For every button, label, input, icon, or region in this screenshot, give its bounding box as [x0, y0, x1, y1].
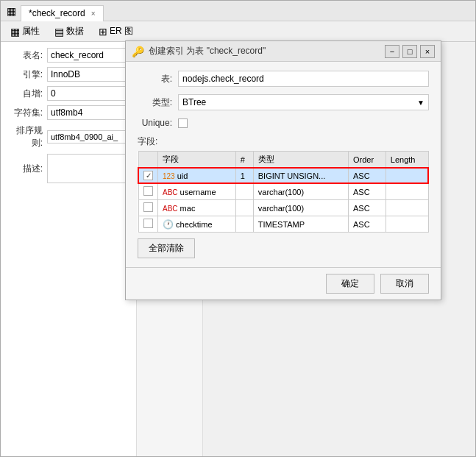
collation-label: 排序规则: [7, 124, 47, 149]
charset-row: 字符集: [7, 105, 130, 120]
tab-close-btn[interactable]: × [91, 10, 96, 18]
modal-fields-label: 字段: [138, 135, 429, 148]
col-header-type: 类型 [253, 152, 348, 169]
col-header-length: Length [386, 152, 428, 169]
col-header-number: # [235, 152, 253, 169]
tab-er[interactable]: ⊞ ER 图 [92, 22, 140, 40]
table-name-label: 表名: [7, 49, 47, 62]
modal-body: 表: 类型: BTree ▼ Unique: 字段: [126, 62, 441, 267]
select-arrow-icon: ▼ [417, 99, 425, 107]
field-type-cell: TIMESTAMP [253, 216, 348, 233]
field-checkbox[interactable] [143, 202, 153, 212]
modal-type-value: BTree [182, 97, 206, 107]
modal-close-btn[interactable]: × [420, 45, 435, 58]
fields-table: 字段 # 类型 Order Length ✓123 uid1BIGINT UNS… [138, 151, 429, 233]
modal-table-label: 表: [138, 73, 178, 85]
app-icon: ▦ [7, 5, 16, 17]
field-checkbox[interactable] [143, 186, 153, 196]
properties-icon: ▦ [10, 26, 20, 38]
modal-table-row: 表: [138, 71, 429, 87]
main-tab[interactable]: *check_record × [21, 5, 104, 21]
create-index-modal: 🔑 创建索引 为表 "check_record" − □ × 表: 类型: BT… [125, 40, 441, 300]
col-header-field: 字段 [158, 152, 236, 169]
clear-all-btn[interactable]: 全部清除 [138, 238, 195, 258]
field-number-cell [235, 200, 253, 216]
tab-properties[interactable]: ▦ 属性 [4, 22, 46, 40]
field-number-cell [235, 183, 253, 200]
field-type-cell: BIGINT UNSIGN... [253, 168, 348, 183]
modal-maximize-btn[interactable]: □ [402, 45, 417, 58]
modal-title: 创建索引 为表 "check_record" [149, 45, 385, 57]
field-checkbox[interactable] [143, 219, 153, 228]
field-name-cell: 🕐 checktime [158, 216, 236, 233]
col-header-order: Order [348, 152, 386, 169]
field-type-icon: 🕐 [163, 219, 174, 230]
field-order-cell: ASC [348, 216, 386, 233]
field-row[interactable]: ✓123 uid1BIGINT UNSIGN...ASC [138, 168, 428, 183]
field-checkbox[interactable]: ✓ [143, 171, 153, 180]
clear-btn-row: 全部清除 [138, 238, 429, 258]
charset-label: 字符集: [7, 107, 47, 119]
data-label: 数据 [66, 25, 84, 38]
collation-row: 排序规则: [7, 124, 130, 149]
modal-unique-checkbox[interactable] [178, 118, 188, 128]
field-order-cell: ASC [348, 183, 386, 200]
field-row[interactable]: 🕐 checktimeTIMESTAMPASC [138, 216, 428, 233]
field-row[interactable]: ABC macvarchar(100)ASC [138, 200, 428, 216]
engine-label: 引擎: [7, 68, 47, 81]
data-icon: ▤ [54, 26, 64, 38]
toolbar: ▦ 属性 ▤ 数据 ⊞ ER 图 [1, 21, 475, 42]
field-order-cell: ASC [348, 200, 386, 216]
field-checkbox-cell[interactable] [138, 200, 158, 216]
modal-controls: − □ × [385, 45, 435, 58]
field-number-cell: 1 [235, 168, 253, 183]
tab-title: *check_record [29, 8, 85, 18]
properties-label: 属性 [22, 25, 40, 38]
modal-unique-row: Unique: [138, 118, 429, 128]
field-type-icon: ABC [163, 188, 178, 196]
modal-unique-label: Unique: [138, 118, 178, 128]
modal-type-row: 类型: BTree ▼ [138, 94, 429, 110]
field-type-cell: varchar(100) [253, 200, 348, 216]
auto-inc-row: 自增: [7, 86, 130, 101]
field-checkbox-cell[interactable]: ✓ [138, 168, 158, 183]
engine-row: 引擎: [7, 67, 130, 82]
field-order-cell: ASC [348, 168, 386, 183]
field-name-cell: 123 uid [158, 168, 236, 183]
field-number-cell [235, 216, 253, 233]
comment-label: 描述: [7, 163, 47, 175]
field-length-cell [386, 200, 428, 216]
field-length-cell [386, 183, 428, 200]
field-length-cell [386, 216, 428, 233]
er-label: ER 图 [110, 25, 133, 38]
field-type-icon: ABC [163, 205, 178, 213]
field-type-cell: varchar(100) [253, 183, 348, 200]
table-name-row: 表名: [7, 48, 130, 63]
properties-panel: 表名: 引擎: 自增: 字符集: 排序规则: [1, 42, 137, 456]
modal-type-select[interactable]: BTree ▼ [178, 94, 429, 110]
auto-inc-label: 自增: [7, 88, 47, 100]
modal-type-label: 类型: [138, 96, 178, 109]
field-name-cell: ABC username [158, 183, 236, 200]
modal-unique-checkbox-label[interactable] [178, 118, 188, 128]
modal-table-input[interactable] [178, 71, 429, 87]
field-checkbox-cell[interactable] [138, 183, 158, 200]
field-row[interactable]: ABC usernamevarchar(100)ASC [138, 183, 428, 200]
modal-icon: 🔑 [132, 46, 144, 57]
comment-row: 描述: [7, 154, 130, 183]
field-type-icon: 123 [163, 172, 175, 180]
field-name-cell: ABC mac [158, 200, 236, 216]
comment-input[interactable] [47, 154, 130, 183]
fields-table-header: 字段 # 类型 Order Length [138, 152, 428, 169]
cancel-btn[interactable]: 取消 [380, 274, 429, 294]
col-header-checkbox [138, 152, 158, 169]
field-length-cell [386, 168, 428, 183]
title-bar: ▦ *check_record × [1, 1, 475, 21]
modal-minimize-btn[interactable]: − [385, 45, 399, 58]
field-checkbox-cell[interactable] [138, 216, 158, 233]
er-icon: ⊞ [99, 26, 107, 38]
ok-btn[interactable]: 确定 [326, 274, 374, 294]
modal-titlebar: 🔑 创建索引 为表 "check_record" − □ × [126, 41, 441, 62]
modal-footer: 确定 取消 [126, 267, 441, 300]
tab-data[interactable]: ▤ 数据 [48, 22, 90, 40]
